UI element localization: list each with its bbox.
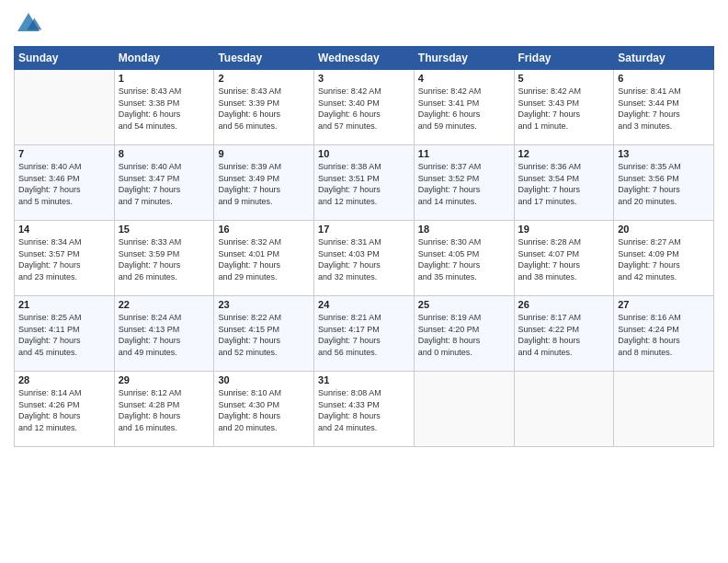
day-number: 23 — [218, 299, 310, 310]
day-number: 26 — [518, 299, 610, 310]
day-number: 13 — [618, 148, 710, 159]
calendar-cell: 2Sunrise: 8:43 AM Sunset: 3:39 PM Daylig… — [214, 70, 314, 145]
weekday-header-saturday: Saturday — [614, 47, 714, 70]
header — [14, 9, 714, 39]
day-number: 18 — [418, 224, 510, 235]
day-info: Sunrise: 8:30 AM Sunset: 4:05 PM Dayligh… — [418, 236, 510, 282]
day-number: 12 — [518, 148, 610, 159]
day-number: 20 — [618, 224, 710, 235]
day-info: Sunrise: 8:42 AM Sunset: 3:40 PM Dayligh… — [318, 86, 410, 132]
logo — [14, 9, 47, 39]
day-number: 4 — [418, 73, 510, 84]
calendar-cell: 14Sunrise: 8:34 AM Sunset: 3:57 PM Dayli… — [15, 221, 115, 296]
day-number: 30 — [218, 374, 310, 385]
day-info: Sunrise: 8:22 AM Sunset: 4:15 PM Dayligh… — [218, 312, 310, 358]
page: SundayMondayTuesdayWednesdayThursdayFrid… — [0, 0, 728, 563]
day-number: 31 — [318, 374, 410, 385]
day-number: 27 — [618, 299, 710, 310]
day-info: Sunrise: 8:33 AM Sunset: 3:59 PM Dayligh… — [119, 236, 210, 282]
day-info: Sunrise: 8:40 AM Sunset: 3:47 PM Dayligh… — [119, 161, 210, 207]
day-number: 15 — [119, 224, 210, 235]
day-info: Sunrise: 8:42 AM Sunset: 3:43 PM Dayligh… — [518, 86, 610, 132]
day-number: 25 — [418, 299, 510, 310]
day-number: 21 — [18, 299, 110, 310]
calendar-cell: 11Sunrise: 8:37 AM Sunset: 3:52 PM Dayli… — [414, 145, 514, 221]
calendar-cell: 7Sunrise: 8:40 AM Sunset: 3:46 PM Daylig… — [15, 145, 115, 221]
logo-icon — [14, 9, 43, 39]
weekday-header-row: SundayMondayTuesdayWednesdayThursdayFrid… — [15, 47, 714, 70]
calendar-cell: 1Sunrise: 8:43 AM Sunset: 3:38 PM Daylig… — [114, 70, 214, 145]
day-info: Sunrise: 8:12 AM Sunset: 4:28 PM Dayligh… — [119, 387, 210, 433]
calendar-cell — [414, 372, 514, 447]
day-info: Sunrise: 8:16 AM Sunset: 4:24 PM Dayligh… — [618, 312, 710, 358]
calendar-cell: 28Sunrise: 8:14 AM Sunset: 4:26 PM Dayli… — [15, 372, 115, 447]
day-info: Sunrise: 8:24 AM Sunset: 4:13 PM Dayligh… — [119, 312, 210, 358]
calendar-cell: 19Sunrise: 8:28 AM Sunset: 4:07 PM Dayli… — [514, 221, 614, 296]
week-row-5: 28Sunrise: 8:14 AM Sunset: 4:26 PM Dayli… — [15, 372, 714, 447]
weekday-header-friday: Friday — [514, 47, 614, 70]
day-info: Sunrise: 8:17 AM Sunset: 4:22 PM Dayligh… — [518, 312, 610, 358]
day-info: Sunrise: 8:42 AM Sunset: 3:41 PM Dayligh… — [418, 86, 510, 132]
calendar-cell: 24Sunrise: 8:21 AM Sunset: 4:17 PM Dayli… — [314, 296, 415, 372]
calendar-cell: 20Sunrise: 8:27 AM Sunset: 4:09 PM Dayli… — [614, 221, 714, 296]
calendar-cell: 25Sunrise: 8:19 AM Sunset: 4:20 PM Dayli… — [414, 296, 514, 372]
day-number: 11 — [418, 148, 510, 159]
calendar-cell — [514, 372, 614, 447]
day-info: Sunrise: 8:19 AM Sunset: 4:20 PM Dayligh… — [418, 312, 510, 358]
calendar-cell: 23Sunrise: 8:22 AM Sunset: 4:15 PM Dayli… — [214, 296, 314, 372]
weekday-header-wednesday: Wednesday — [314, 47, 415, 70]
day-number: 19 — [518, 224, 610, 235]
day-number: 8 — [119, 148, 210, 159]
day-number: 29 — [119, 374, 210, 385]
calendar-cell: 27Sunrise: 8:16 AM Sunset: 4:24 PM Dayli… — [614, 296, 714, 372]
day-number: 24 — [318, 299, 410, 310]
week-row-2: 7Sunrise: 8:40 AM Sunset: 3:46 PM Daylig… — [15, 145, 714, 221]
weekday-header-tuesday: Tuesday — [214, 47, 314, 70]
day-info: Sunrise: 8:40 AM Sunset: 3:46 PM Dayligh… — [18, 161, 110, 207]
week-row-3: 14Sunrise: 8:34 AM Sunset: 3:57 PM Dayli… — [15, 221, 714, 296]
day-info: Sunrise: 8:08 AM Sunset: 4:33 PM Dayligh… — [318, 387, 410, 433]
day-info: Sunrise: 8:10 AM Sunset: 4:30 PM Dayligh… — [218, 387, 310, 433]
day-info: Sunrise: 8:36 AM Sunset: 3:54 PM Dayligh… — [518, 161, 610, 207]
day-number: 1 — [119, 73, 210, 84]
day-info: Sunrise: 8:14 AM Sunset: 4:26 PM Dayligh… — [18, 387, 110, 433]
day-info: Sunrise: 8:25 AM Sunset: 4:11 PM Dayligh… — [18, 312, 110, 358]
calendar-cell: 16Sunrise: 8:32 AM Sunset: 4:01 PM Dayli… — [214, 221, 314, 296]
weekday-header-thursday: Thursday — [414, 47, 514, 70]
calendar-cell: 8Sunrise: 8:40 AM Sunset: 3:47 PM Daylig… — [114, 145, 214, 221]
day-number: 7 — [18, 148, 110, 159]
calendar-cell: 13Sunrise: 8:35 AM Sunset: 3:56 PM Dayli… — [614, 145, 714, 221]
day-number: 28 — [18, 374, 110, 385]
week-row-4: 21Sunrise: 8:25 AM Sunset: 4:11 PM Dayli… — [15, 296, 714, 372]
calendar-cell: 29Sunrise: 8:12 AM Sunset: 4:28 PM Dayli… — [114, 372, 214, 447]
calendar-cell: 17Sunrise: 8:31 AM Sunset: 4:03 PM Dayli… — [314, 221, 415, 296]
day-info: Sunrise: 8:34 AM Sunset: 3:57 PM Dayligh… — [18, 236, 110, 282]
calendar-cell: 30Sunrise: 8:10 AM Sunset: 4:30 PM Dayli… — [214, 372, 314, 447]
weekday-header-monday: Monday — [114, 47, 214, 70]
calendar-cell — [614, 372, 714, 447]
calendar-cell: 15Sunrise: 8:33 AM Sunset: 3:59 PM Dayli… — [114, 221, 214, 296]
day-info: Sunrise: 8:37 AM Sunset: 3:52 PM Dayligh… — [418, 161, 510, 207]
day-number: 2 — [218, 73, 310, 84]
day-number: 9 — [218, 148, 310, 159]
day-number: 5 — [518, 73, 610, 84]
day-info: Sunrise: 8:43 AM Sunset: 3:39 PM Dayligh… — [218, 86, 310, 132]
calendar-cell: 26Sunrise: 8:17 AM Sunset: 4:22 PM Dayli… — [514, 296, 614, 372]
day-info: Sunrise: 8:32 AM Sunset: 4:01 PM Dayligh… — [218, 236, 310, 282]
day-info: Sunrise: 8:41 AM Sunset: 3:44 PM Dayligh… — [618, 86, 710, 132]
calendar-cell — [15, 70, 115, 145]
day-number: 14 — [18, 224, 110, 235]
calendar-cell: 21Sunrise: 8:25 AM Sunset: 4:11 PM Dayli… — [15, 296, 115, 372]
day-number: 3 — [318, 73, 410, 84]
weekday-header-sunday: Sunday — [15, 47, 115, 70]
week-row-1: 1Sunrise: 8:43 AM Sunset: 3:38 PM Daylig… — [15, 70, 714, 145]
day-info: Sunrise: 8:31 AM Sunset: 4:03 PM Dayligh… — [318, 236, 410, 282]
calendar-table: SundayMondayTuesdayWednesdayThursdayFrid… — [14, 46, 714, 447]
day-number: 17 — [318, 224, 410, 235]
calendar-cell: 6Sunrise: 8:41 AM Sunset: 3:44 PM Daylig… — [614, 70, 714, 145]
day-info: Sunrise: 8:21 AM Sunset: 4:17 PM Dayligh… — [318, 312, 410, 358]
calendar-cell: 5Sunrise: 8:42 AM Sunset: 3:43 PM Daylig… — [514, 70, 614, 145]
calendar-cell: 18Sunrise: 8:30 AM Sunset: 4:05 PM Dayli… — [414, 221, 514, 296]
day-info: Sunrise: 8:28 AM Sunset: 4:07 PM Dayligh… — [518, 236, 610, 282]
day-number: 10 — [318, 148, 410, 159]
